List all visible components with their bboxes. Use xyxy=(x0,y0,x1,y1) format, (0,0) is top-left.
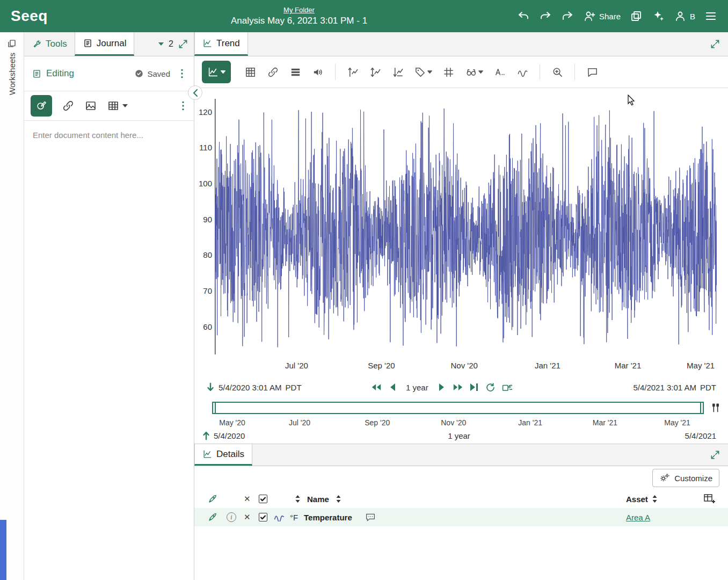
redo-icon[interactable] xyxy=(539,10,552,23)
tab-journal-label: Journal xyxy=(97,38,127,49)
step-forward-icon[interactable] xyxy=(437,382,447,392)
share-button[interactable]: Share xyxy=(583,10,621,23)
rocket-icon[interactable] xyxy=(207,512,218,523)
speaker-icon xyxy=(312,66,324,78)
share-forward-icon[interactable] xyxy=(561,10,574,23)
hamburger-icon[interactable] xyxy=(704,10,717,23)
timeline-right-handle[interactable] xyxy=(700,402,704,414)
remove-item-icon[interactable]: ✕ xyxy=(244,512,251,522)
expand-trend-icon[interactable] xyxy=(710,39,720,49)
sort-icon[interactable] xyxy=(294,495,301,503)
samples-icon xyxy=(516,66,529,78)
tab-tools[interactable]: Tools xyxy=(24,32,75,56)
expand-journal-icon[interactable] xyxy=(178,39,188,49)
select-all-checkbox[interactable] xyxy=(259,495,267,503)
range-start[interactable]: 5/4/2020 3:01 AM PDT xyxy=(206,382,302,392)
refresh-icon[interactable] xyxy=(485,382,496,393)
samples-button[interactable] xyxy=(513,62,532,82)
y-axis-tick: 120 xyxy=(194,107,212,117)
asset-link[interactable]: Area A xyxy=(626,513,650,522)
trend-chart[interactable]: 12011010090807060 Jul '20Sep '20Nov '20J… xyxy=(194,88,728,378)
speaker-button[interactable] xyxy=(308,62,327,82)
caret-down-icon[interactable] xyxy=(158,42,164,46)
customize-button[interactable]: Customize xyxy=(652,469,719,487)
comment-icon[interactable] xyxy=(365,512,376,522)
sort-icon[interactable] xyxy=(335,495,342,503)
item-checkbox[interactable] xyxy=(259,513,267,521)
tab-details[interactable]: Details xyxy=(194,444,252,466)
capsule-lanes-button[interactable] xyxy=(286,62,305,82)
expand-details-icon[interactable] xyxy=(710,450,720,460)
timeline-left-handle[interactable] xyxy=(212,402,216,414)
worksheet-active-indicator[interactable] xyxy=(0,520,6,580)
collapse-panel-button[interactable] xyxy=(188,85,202,100)
signal-icon xyxy=(274,513,285,521)
asset-column-header[interactable]: Asset xyxy=(626,495,648,504)
y-axis-tick: 80 xyxy=(194,250,212,259)
breadcrumb[interactable]: My Folder xyxy=(231,6,367,14)
info-icon[interactable]: i xyxy=(227,512,236,522)
share-label: Share xyxy=(599,12,621,21)
timeline-start-value[interactable]: 5/4/2020 xyxy=(214,431,245,440)
range-end[interactable]: 5/4/2021 3:01 AM PDT xyxy=(633,383,716,392)
one-lane-button[interactable] xyxy=(343,62,362,82)
timeline-duration[interactable]: 1 year xyxy=(448,431,470,440)
worksheets-label: Worksheets xyxy=(8,53,17,95)
one-axis-button[interactable] xyxy=(366,62,385,82)
remove-all-icon[interactable]: ✕ xyxy=(244,494,251,504)
user-menu[interactable]: B xyxy=(674,10,695,23)
journal-document-input[interactable]: Enter document content here... xyxy=(24,121,194,149)
display-range-row: 5/4/2020 3:01 AM PDT 1 year 5/4/2021 3:0… xyxy=(194,379,728,396)
item-link-button[interactable] xyxy=(263,62,282,82)
step-back-icon[interactable] xyxy=(388,382,397,392)
step-forward-large-icon[interactable] xyxy=(453,382,463,392)
tab-trend[interactable]: Trend xyxy=(194,32,248,56)
tag-button[interactable] xyxy=(411,62,435,82)
timeline-start[interactable]: 5/4/2020 xyxy=(202,431,245,440)
capsule-time-icon xyxy=(465,66,477,78)
capsule-time-button[interactable] xyxy=(461,62,487,82)
timeline-end-value[interactable]: 5/4/2021 xyxy=(685,431,716,440)
signal-plot[interactable] xyxy=(215,98,717,356)
timeline-options-icon[interactable] xyxy=(710,402,722,414)
editing-icon xyxy=(32,69,42,79)
journal-toolbar-kebab-icon[interactable] xyxy=(179,100,187,111)
zoom-button[interactable] xyxy=(548,62,567,82)
duplicate-icon[interactable] xyxy=(630,10,643,23)
add-column-icon[interactable] xyxy=(703,493,716,505)
timeline-tick: Sep '20 xyxy=(360,418,395,427)
comment-button[interactable] xyxy=(583,62,602,82)
tab-details-label: Details xyxy=(216,449,244,460)
labels-button[interactable] xyxy=(490,62,509,82)
name-column-header[interactable]: Name xyxy=(307,495,329,504)
tab-tools-label: Tools xyxy=(46,39,67,49)
caret-down-icon xyxy=(478,70,483,74)
range-duration[interactable]: 1 year xyxy=(406,383,428,392)
samples-table-button[interactable] xyxy=(241,62,260,82)
item-name[interactable]: Temperature xyxy=(304,513,352,522)
annotate-button[interactable] xyxy=(31,95,52,117)
details-row-temperature[interactable]: i ✕ °F Temperature Area A xyxy=(194,508,728,526)
tab-journal[interactable]: Journal xyxy=(75,32,135,56)
timeline-range-bar[interactable] xyxy=(212,402,704,414)
rocket-icon[interactable] xyxy=(207,494,218,504)
gridlines-button[interactable] xyxy=(439,62,458,82)
journal-kebab-icon[interactable] xyxy=(178,68,186,79)
sort-icon[interactable] xyxy=(651,495,658,503)
go-to-end-icon[interactable] xyxy=(469,382,479,392)
range-end-value[interactable]: 5/4/2021 3:01 AM xyxy=(633,383,696,392)
timeline-start-arrow-icon xyxy=(202,431,210,440)
step-back-large-icon[interactable] xyxy=(372,382,381,392)
insert-table-button[interactable] xyxy=(107,99,128,112)
sparkles-icon[interactable] xyxy=(652,10,665,23)
trend-view-icon xyxy=(207,66,219,78)
trend-view-button[interactable] xyxy=(202,61,231,83)
journal-tab-extras: 2 xyxy=(152,32,194,56)
worksheets-rail[interactable]: Worksheets xyxy=(0,32,24,580)
stack-axes-button[interactable] xyxy=(388,62,407,82)
image-icon[interactable] xyxy=(84,99,97,112)
auto-update-icon[interactable] xyxy=(502,382,512,393)
range-start-value[interactable]: 5/4/2020 3:01 AM xyxy=(219,383,282,392)
undo-icon[interactable] xyxy=(517,10,530,23)
link-icon[interactable] xyxy=(62,99,75,112)
